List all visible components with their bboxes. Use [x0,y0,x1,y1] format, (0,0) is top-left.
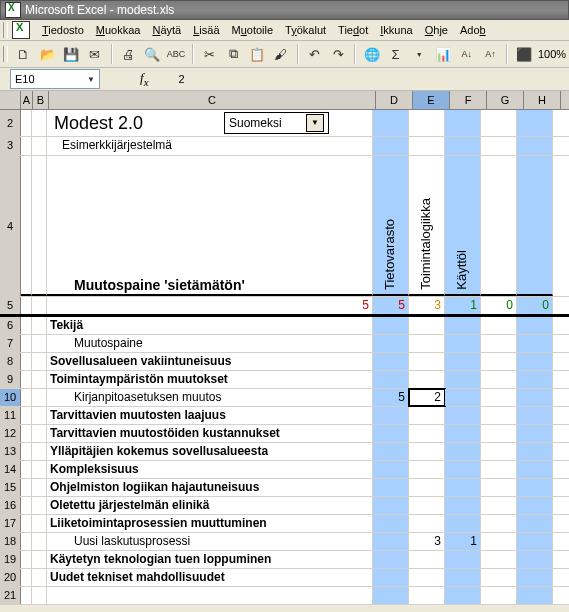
cell[interactable] [481,110,517,136]
cell[interactable]: Oletettu järjestelmän elinikä [47,497,373,514]
row-header[interactable]: 21 [0,587,21,604]
cell[interactable] [32,389,47,406]
cell[interactable] [21,156,32,296]
cell[interactable] [373,479,409,496]
cell[interactable]: 0 [481,297,517,314]
cell[interactable] [481,425,517,442]
cell[interactable] [32,425,47,442]
cell[interactable] [21,533,32,550]
col-header-A[interactable]: A [21,91,33,109]
cell[interactable] [32,110,47,136]
cell[interactable] [409,569,445,586]
cell[interactable] [373,407,409,424]
menu-window[interactable]: Ikkuna [374,24,418,36]
cell[interactable]: Tarvittavien muutostöiden kustannukset [47,425,373,442]
cell[interactable] [373,137,409,155]
zoom-box[interactable]: 100% [538,48,566,60]
cell[interactable] [445,425,481,442]
paste-icon[interactable]: 📋 [246,43,268,65]
cell[interactable] [21,515,32,532]
cell[interactable] [373,515,409,532]
col-header-D[interactable]: D [376,91,413,109]
row-header[interactable]: 12 [0,425,21,442]
toolbar-handle[interactable] [3,46,8,62]
cell[interactable] [445,371,481,388]
format-painter-icon[interactable]: 🖌 [270,43,292,65]
cell[interactable] [21,425,32,442]
row-header[interactable]: 6 [0,317,21,334]
cell[interactable] [373,533,409,550]
cell[interactable] [32,371,47,388]
new-icon[interactable]: 🗋 [13,43,35,65]
cell[interactable]: 0 [517,297,553,314]
row-header[interactable]: 17 [0,515,21,532]
cell[interactable] [445,407,481,424]
cell-subtitle[interactable]: Esimerkkijärjestelmä [47,137,373,155]
drawing-icon[interactable]: ⬛ [513,43,535,65]
cell[interactable]: 3 [409,533,445,550]
col-header-G[interactable]: G [487,91,524,109]
cell[interactable] [32,497,47,514]
cell[interactable]: Muutospaine [47,335,373,352]
cell[interactable] [481,479,517,496]
cell[interactable] [373,425,409,442]
cell[interactable] [517,371,553,388]
cell[interactable] [21,297,32,314]
cell[interactable]: Toimintaympäristön muutokset [47,371,373,388]
col-header-H[interactable]: H [524,91,561,109]
cell[interactable] [409,461,445,478]
cell[interactable] [21,587,32,604]
cell[interactable] [32,551,47,568]
cell[interactable] [373,353,409,370]
autosum-dropdown-icon[interactable]: ▼ [408,43,430,65]
menu-adobe[interactable]: Adob [454,24,492,36]
cell[interactable] [21,497,32,514]
col-header-E[interactable]: E [413,91,450,109]
row-header[interactable]: 5 [0,297,21,314]
cell[interactable] [373,371,409,388]
cell[interactable] [21,461,32,478]
cell[interactable] [21,353,32,370]
row-header[interactable]: 7 [0,335,21,352]
cell[interactable] [409,137,445,155]
cell[interactable]: Uudet tekniset mahdollisuudet [47,569,373,586]
cell[interactable] [481,587,517,604]
cell[interactable] [373,461,409,478]
cell[interactable] [373,587,409,604]
spellcheck-icon[interactable]: ABC [165,43,187,65]
cell[interactable] [481,353,517,370]
cell[interactable]: Ohjelmiston logiikan hajautuneisuus [47,479,373,496]
row-header[interactable]: 4 [0,156,21,296]
cell[interactable]: 2 [409,389,445,406]
formula-value[interactable]: 2 [178,73,184,85]
cell-col-label-D[interactable]: Tietovarasto [373,156,409,296]
redo-icon[interactable]: ↷ [327,43,349,65]
cell[interactable] [32,297,47,314]
menubar-handle[interactable] [3,22,8,38]
row-header[interactable]: 13 [0,443,21,460]
cell[interactable] [481,443,517,460]
language-combo[interactable]: Suomeksi ▼ [224,112,329,134]
open-icon[interactable]: 📂 [37,43,59,65]
cell[interactable] [517,515,553,532]
cell[interactable] [517,569,553,586]
cell[interactable]: Tarvittavien muutosten laajuus [47,407,373,424]
name-box-dropdown-icon[interactable]: ▼ [87,75,95,84]
cell[interactable]: 1 [445,533,481,550]
cell[interactable] [409,335,445,352]
cell[interactable] [481,569,517,586]
cell[interactable] [445,497,481,514]
menu-edit[interactable]: Muokkaa [90,24,147,36]
menu-insert[interactable]: Lisää [187,24,225,36]
print-preview-icon[interactable]: 🔍 [141,43,163,65]
row-header[interactable]: 19 [0,551,21,568]
cell[interactable] [481,515,517,532]
cell[interactable] [517,479,553,496]
cell[interactable] [481,137,517,155]
cell[interactable]: Kirjanpitoasetuksen muutos [47,389,373,406]
cell[interactable] [409,407,445,424]
menu-tools[interactable]: Työkalut [279,24,332,36]
cell[interactable] [21,479,32,496]
cell-section[interactable]: Muutospaine 'sietämätön' [47,156,373,296]
row-header[interactable]: 16 [0,497,21,514]
